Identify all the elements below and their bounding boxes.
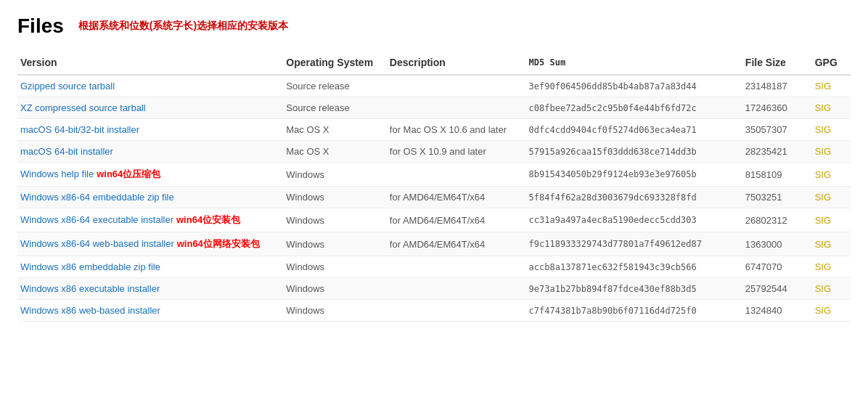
cell-os: Source release bbox=[283, 75, 387, 97]
cell-md5: 8b915434050b29f9124eb93e3e97605b bbox=[526, 163, 742, 187]
gpg-link[interactable]: SIG bbox=[815, 305, 831, 316]
version-link[interactable]: Windows x86-64 web-based installer bbox=[20, 238, 174, 249]
table-row: Gzipped source tarballSource release3ef9… bbox=[17, 75, 851, 97]
version-link[interactable]: Windows x86 web-based installer bbox=[20, 305, 160, 316]
cell-desc: for AMD64/EM64T/x64 bbox=[387, 187, 526, 208]
cell-gpg: SIG bbox=[812, 163, 851, 187]
col-size: File Size bbox=[742, 51, 812, 75]
version-link[interactable]: Windows x86-64 executable installer bbox=[20, 214, 173, 225]
cell-size: 1363000 bbox=[742, 232, 812, 256]
gpg-link[interactable]: SIG bbox=[815, 192, 831, 203]
page-subtitle: 根据系统和位数(系统字长)选择相应的安装版本 bbox=[78, 20, 288, 33]
cell-version: macOS 64-bit/32-bit installer bbox=[17, 119, 283, 141]
gpg-link[interactable]: SIG bbox=[815, 169, 831, 180]
cell-gpg: SIG bbox=[812, 300, 851, 322]
gpg-link[interactable]: SIG bbox=[815, 239, 831, 250]
cell-os: Windows bbox=[283, 163, 387, 187]
cell-md5: 57915a926caa15f03ddd638ce714dd3b bbox=[526, 141, 742, 163]
cell-size: 6747070 bbox=[742, 256, 812, 278]
cell-gpg: SIG bbox=[812, 119, 851, 141]
version-link[interactable]: macOS 64-bit installer bbox=[20, 146, 113, 157]
cell-desc: for Mac OS X 10.6 and later bbox=[387, 119, 526, 141]
cell-md5: c7f474381b7a8b90b6f07116d4d725f0 bbox=[526, 300, 742, 322]
table-row: Windows x86-64 embeddable zip fileWindow… bbox=[17, 187, 851, 208]
cell-md5: 5f84f4f62a28d3003679dc693328f8fd bbox=[526, 187, 742, 208]
version-link[interactable]: XZ compressed source tarball bbox=[20, 102, 146, 113]
cell-desc bbox=[387, 256, 526, 278]
cell-size: 1324840 bbox=[742, 300, 812, 322]
version-link[interactable]: Windows help file bbox=[20, 168, 94, 179]
gpg-link[interactable]: SIG bbox=[815, 261, 831, 272]
cell-version: Windows x86-64 web-based installerwin64位… bbox=[17, 232, 283, 256]
cell-size: 35057307 bbox=[742, 119, 812, 141]
table-row: Windows x86 web-based installerWindowsc7… bbox=[17, 300, 851, 322]
col-gpg: GPG bbox=[812, 51, 851, 75]
cell-os: Windows bbox=[283, 278, 387, 300]
gpg-link[interactable]: SIG bbox=[815, 124, 831, 135]
table-row: Windows x86-64 executable installerwin64… bbox=[17, 208, 851, 232]
cell-desc: for AMD64/EM64T/x64 bbox=[387, 232, 526, 256]
cell-md5: accb8a137871ec632f581943c39cb566 bbox=[526, 256, 742, 278]
cell-desc bbox=[387, 75, 526, 97]
gpg-link[interactable]: SIG bbox=[815, 81, 831, 91]
gpg-link[interactable]: SIG bbox=[815, 102, 831, 113]
version-annotation: win64位网络安装包 bbox=[177, 238, 260, 249]
cell-version: Windows x86 executable installer bbox=[17, 278, 283, 300]
col-os: Operating System bbox=[283, 51, 387, 75]
version-link[interactable]: Windows x86-64 embeddable zip file bbox=[20, 192, 174, 203]
page-header: Files 根据系统和位数(系统字长)选择相应的安装版本 bbox=[17, 15, 851, 38]
cell-version: Windows x86 embeddable zip file bbox=[17, 256, 283, 278]
gpg-link[interactable]: SIG bbox=[815, 146, 831, 157]
cell-gpg: SIG bbox=[812, 208, 851, 232]
files-table: Version Operating System Description MD5… bbox=[17, 51, 851, 322]
cell-gpg: SIG bbox=[812, 256, 851, 278]
cell-os: Mac OS X bbox=[283, 141, 387, 163]
cell-version: Windows help filewin64位压缩包 bbox=[17, 163, 283, 187]
cell-version: XZ compressed source tarball bbox=[17, 97, 283, 119]
col-desc: Description bbox=[387, 51, 526, 75]
cell-version: Windows x86 web-based installer bbox=[17, 300, 283, 322]
cell-os: Source release bbox=[283, 97, 387, 119]
cell-desc: for AMD64/EM64T/x64 bbox=[387, 208, 526, 232]
cell-desc bbox=[387, 97, 526, 119]
cell-desc bbox=[387, 163, 526, 187]
cell-size: 23148187 bbox=[742, 75, 812, 97]
cell-size: 25792544 bbox=[742, 278, 812, 300]
version-annotation: win64位压缩包 bbox=[97, 168, 160, 179]
cell-os: Windows bbox=[283, 232, 387, 256]
table-row: macOS 64-bit/32-bit installerMac OS Xfor… bbox=[17, 119, 851, 141]
cell-md5: 3ef90f064506dd85b4b4ab87a7a83d44 bbox=[526, 75, 742, 97]
table-row: macOS 64-bit installerMac OS Xfor OS X 1… bbox=[17, 141, 851, 163]
table-header-row: Version Operating System Description MD5… bbox=[17, 51, 851, 75]
version-annotation: win64位安装包 bbox=[176, 214, 240, 225]
cell-os: Windows bbox=[283, 208, 387, 232]
cell-size: 28235421 bbox=[742, 141, 812, 163]
cell-desc: for OS X 10.9 and later bbox=[387, 141, 526, 163]
version-link[interactable]: Gzipped source tarball bbox=[20, 81, 115, 91]
col-version: Version bbox=[17, 51, 283, 75]
cell-size: 7503251 bbox=[742, 187, 812, 208]
gpg-link[interactable]: SIG bbox=[815, 283, 831, 294]
cell-md5: 0dfc4cdd9404cf0f5274d063eca4ea71 bbox=[526, 119, 742, 141]
cell-version: macOS 64-bit installer bbox=[17, 141, 283, 163]
cell-size: 17246360 bbox=[742, 97, 812, 119]
table-row: Windows x86-64 web-based installerwin64位… bbox=[17, 232, 851, 256]
cell-os: Windows bbox=[283, 187, 387, 208]
cell-gpg: SIG bbox=[812, 141, 851, 163]
cell-os: Mac OS X bbox=[283, 119, 387, 141]
cell-size: 26802312 bbox=[742, 208, 812, 232]
version-link[interactable]: Windows x86 executable installer bbox=[20, 283, 160, 294]
cell-desc bbox=[387, 278, 526, 300]
gpg-link[interactable]: SIG bbox=[815, 215, 831, 226]
cell-gpg: SIG bbox=[812, 75, 851, 97]
cell-md5: cc31a9a497a4ec8a5190edecc5cdd303 bbox=[526, 208, 742, 232]
table-row: Windows x86 embeddable zip fileWindowsac… bbox=[17, 256, 851, 278]
cell-gpg: SIG bbox=[812, 232, 851, 256]
cell-version: Windows x86-64 executable installerwin64… bbox=[17, 208, 283, 232]
page-title: Files bbox=[17, 15, 64, 38]
version-link[interactable]: macOS 64-bit/32-bit installer bbox=[20, 124, 139, 135]
cell-md5: c08fbee72ad5c2c95b0f4e44bf6fd72c bbox=[526, 97, 742, 119]
cell-gpg: SIG bbox=[812, 97, 851, 119]
version-link[interactable]: Windows x86 embeddable zip file bbox=[20, 261, 160, 272]
cell-md5: 9e73a1b27bb894f87fdce430ef88b3d5 bbox=[526, 278, 742, 300]
